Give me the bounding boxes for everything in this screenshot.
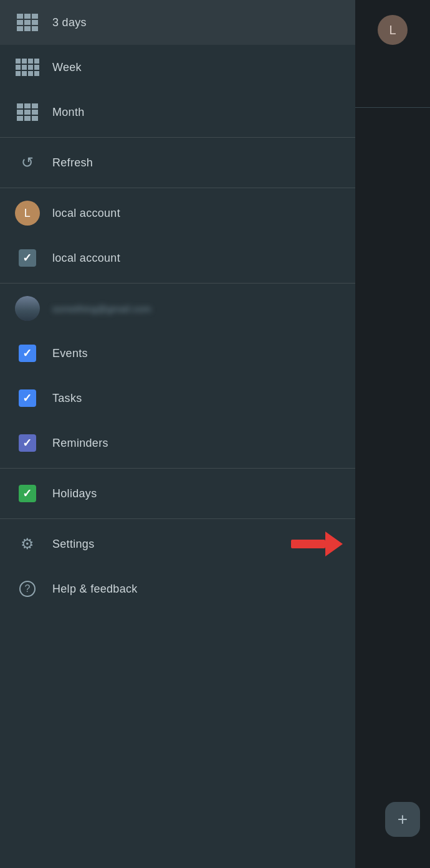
month-icon	[15, 100, 40, 125]
menu-item-tasks[interactable]: ✓ Tasks	[0, 376, 355, 421]
menu-item-3days[interactable]: 3 days	[0, 0, 355, 45]
local-calendar-checkbox: ✓	[15, 246, 40, 270]
reminders-checkbox: ✓	[15, 431, 40, 455]
menu-item-reminders[interactable]: ✓ Reminders	[0, 421, 355, 465]
3days-icon	[15, 10, 40, 35]
panel-separator	[355, 107, 430, 108]
menu-label-3days: 3 days	[52, 16, 87, 29]
divider-calendars	[0, 468, 355, 469]
menu-item-local-account-calendar[interactable]: ✓ local account	[0, 236, 355, 280]
right-panel: L +	[355, 0, 430, 868]
top-right-avatar[interactable]: L	[378, 15, 408, 45]
menu-label-events: Events	[52, 347, 88, 360]
menu-label-reminders: Reminders	[52, 437, 108, 450]
avatar-letter: L	[24, 207, 31, 220]
menu-item-google-account[interactable]: something@gmail.com	[0, 286, 355, 331]
menu-item-holidays[interactable]: ✓ Holidays	[0, 471, 355, 516]
events-checkbox: ✓	[15, 341, 40, 366]
menu-label-tasks: Tasks	[52, 392, 82, 405]
menu-item-week[interactable]: Week	[0, 45, 355, 90]
menu-label-local-account: local account	[52, 207, 120, 220]
tasks-checkbox: ✓	[15, 386, 40, 411]
divider-holidays	[0, 518, 355, 519]
menu-label-settings: Settings	[52, 538, 94, 551]
help-icon: ?	[15, 576, 40, 601]
settings-arrow-indicator	[291, 532, 343, 556]
menu-label-month: Month	[52, 106, 85, 119]
menu-item-refresh[interactable]: ↻ Refresh	[0, 140, 355, 185]
divider-refresh	[0, 188, 355, 188]
divider-accounts	[0, 283, 355, 284]
menu-item-month[interactable]: Month	[0, 90, 355, 135]
menu-item-help[interactable]: ? Help & feedback	[0, 566, 355, 611]
week-icon	[15, 55, 40, 80]
holidays-checkbox: ✓	[15, 481, 40, 506]
menu-label-refresh: Refresh	[52, 156, 93, 169]
fab-add-button[interactable]: +	[385, 802, 420, 837]
menu-label-holidays: Holidays	[52, 487, 97, 500]
menu-item-local-account-avatar[interactable]: L local account	[0, 191, 355, 236]
settings-icon: ⚙	[15, 532, 40, 556]
menu-label-local-calendar: local account	[52, 252, 120, 265]
local-account-avatar: L	[15, 201, 40, 226]
menu-label-help: Help & feedback	[52, 583, 138, 596]
google-account-email: something@gmail.com	[52, 303, 151, 314]
top-right-avatar-letter: L	[389, 23, 396, 37]
menu-item-events[interactable]: ✓ Events	[0, 331, 355, 376]
fab-plus-icon: +	[398, 809, 408, 829]
sidebar: 3 days Week Month ↻ Refresh	[0, 0, 355, 868]
menu-label-week: Week	[52, 61, 82, 74]
menu-item-settings[interactable]: ⚙ Settings	[0, 522, 355, 566]
divider-views	[0, 137, 355, 138]
refresh-icon: ↻	[15, 150, 40, 175]
google-account-avatar	[15, 296, 40, 321]
